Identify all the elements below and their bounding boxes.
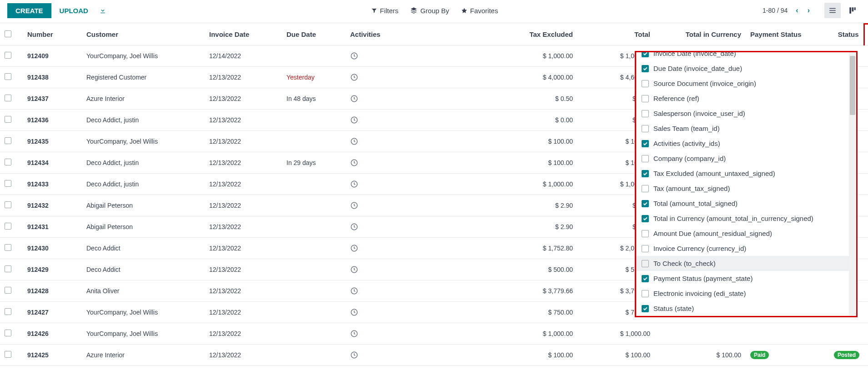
column-option[interactable]: Invoice Currency (currency_id) bbox=[636, 241, 856, 256]
table-row[interactable]: 912426YourCompany, Joel Willis12/13/2022… bbox=[0, 323, 868, 345]
column-option[interactable]: Total (amount_total_signed) bbox=[636, 196, 856, 211]
download-icon[interactable] bbox=[99, 7, 106, 14]
column-option-checkbox[interactable] bbox=[642, 140, 649, 147]
column-option[interactable]: Due Date (invoice_date_due) bbox=[636, 61, 856, 76]
col-due-date[interactable]: Due Date bbox=[282, 24, 346, 45]
search-toolbar: Filters Group By Favorites bbox=[371, 7, 498, 15]
cell-activities[interactable] bbox=[346, 131, 473, 152]
row-checkbox[interactable] bbox=[5, 244, 11, 251]
cell-activities[interactable] bbox=[346, 195, 473, 216]
column-option-checkbox[interactable] bbox=[642, 170, 649, 177]
column-option-checkbox[interactable] bbox=[642, 110, 649, 117]
column-option[interactable]: Source Document (invoice_origin) bbox=[636, 76, 856, 91]
col-customer[interactable]: Customer bbox=[82, 24, 205, 45]
column-option-checkbox[interactable] bbox=[642, 52, 649, 57]
col-invoice-date[interactable]: Invoice Date bbox=[205, 24, 282, 45]
row-checkbox[interactable] bbox=[5, 116, 11, 123]
cell-activities[interactable] bbox=[346, 67, 473, 88]
column-option[interactable]: Electronic invoicing (edi_state) bbox=[636, 286, 856, 301]
column-option[interactable]: Total in Currency (amount_total_in_curre… bbox=[636, 211, 856, 226]
col-total-in-currency[interactable]: Total in Currency bbox=[655, 24, 746, 45]
cell-activities[interactable] bbox=[346, 238, 473, 259]
table-row[interactable]: 912425Azure Interior12/13/2022$ 100.00$ … bbox=[0, 345, 868, 366]
cell-activities[interactable] bbox=[346, 152, 473, 174]
optional-columns-button[interactable] bbox=[864, 24, 868, 45]
cell-activities[interactable] bbox=[346, 174, 473, 195]
column-option-checkbox[interactable] bbox=[642, 155, 649, 162]
cell-activities[interactable] bbox=[346, 323, 473, 345]
row-checkbox[interactable] bbox=[5, 330, 11, 336]
row-checkbox[interactable] bbox=[5, 351, 11, 358]
column-option[interactable]: Reference (ref) bbox=[636, 91, 856, 106]
column-option-checkbox[interactable] bbox=[642, 245, 649, 252]
row-checkbox[interactable] bbox=[5, 265, 11, 272]
column-option[interactable]: Activities (activity_ids) bbox=[636, 136, 856, 151]
cell-number: 912409 bbox=[23, 45, 82, 67]
cell-activities[interactable] bbox=[346, 88, 473, 110]
cell-number: 912437 bbox=[23, 88, 82, 110]
row-checkbox[interactable] bbox=[5, 73, 11, 80]
column-option-checkbox[interactable] bbox=[642, 215, 649, 222]
row-checkbox[interactable] bbox=[5, 308, 11, 315]
col-activities[interactable]: Activities bbox=[346, 24, 473, 45]
column-option-checkbox[interactable] bbox=[642, 305, 649, 312]
column-option[interactable]: Invoice Date (invoice_date) bbox=[636, 52, 856, 61]
column-option[interactable]: Sales Team (team_id) bbox=[636, 121, 856, 136]
column-option-checkbox[interactable] bbox=[642, 185, 649, 192]
list-view-button[interactable] bbox=[824, 3, 841, 18]
cell-activities[interactable] bbox=[346, 110, 473, 131]
cell-activities[interactable] bbox=[346, 45, 473, 67]
cell-activities[interactable] bbox=[346, 302, 473, 323]
clock-icon bbox=[350, 351, 468, 359]
row-checkbox[interactable] bbox=[5, 201, 11, 208]
column-option[interactable]: Tax Excluded (amount_untaxed_signed) bbox=[636, 166, 856, 181]
row-checkbox[interactable] bbox=[5, 287, 11, 294]
cell-activities[interactable] bbox=[346, 259, 473, 280]
filters-button[interactable]: Filters bbox=[371, 7, 399, 15]
row-checkbox[interactable] bbox=[5, 159, 11, 165]
select-all-checkbox[interactable] bbox=[5, 30, 11, 37]
row-checkbox[interactable] bbox=[5, 95, 11, 101]
row-checkbox[interactable] bbox=[5, 137, 11, 144]
column-option[interactable]: Company (company_id) bbox=[636, 151, 856, 166]
column-option[interactable]: Amount Due (amount_residual_signed) bbox=[636, 226, 856, 241]
row-checkbox[interactable] bbox=[5, 52, 11, 59]
column-option-checkbox[interactable] bbox=[642, 230, 649, 237]
column-option-checkbox[interactable] bbox=[642, 260, 649, 267]
col-status[interactable]: Status bbox=[805, 24, 864, 45]
row-checkbox[interactable] bbox=[5, 223, 11, 230]
column-option[interactable]: Tax (amount_tax_signed) bbox=[636, 181, 856, 196]
row-checkbox[interactable] bbox=[5, 180, 11, 187]
pager-text[interactable]: 1-80 / 94 bbox=[763, 7, 788, 14]
column-option-label: Total (amount_total_signed) bbox=[653, 200, 738, 207]
column-option-checkbox[interactable] bbox=[642, 290, 649, 297]
pager-next-button[interactable]: › bbox=[805, 5, 813, 16]
column-option-checkbox[interactable] bbox=[642, 65, 649, 72]
column-option[interactable]: Status (state) bbox=[636, 301, 856, 316]
cell-activities[interactable] bbox=[346, 345, 473, 366]
column-option-checkbox[interactable] bbox=[642, 125, 649, 132]
groupby-button[interactable]: Group By bbox=[410, 7, 449, 15]
create-button[interactable]: CREATE bbox=[7, 3, 51, 18]
upload-button[interactable]: UPLOAD bbox=[60, 7, 88, 15]
column-option-checkbox[interactable] bbox=[642, 80, 649, 87]
column-option[interactable]: Payment Status (payment_state) bbox=[636, 271, 856, 286]
col-payment-status[interactable]: Payment Status bbox=[746, 24, 805, 45]
col-tax-excluded[interactable]: Tax Excluded bbox=[473, 24, 577, 45]
col-total[interactable]: Total bbox=[577, 24, 655, 45]
column-option[interactable]: Salesperson (invoice_user_id) bbox=[636, 106, 856, 121]
column-option[interactable]: To Check (to_check) bbox=[636, 256, 856, 271]
cell-activities[interactable] bbox=[346, 280, 473, 302]
panel-scrollbar[interactable] bbox=[849, 52, 856, 316]
column-option-checkbox[interactable] bbox=[642, 275, 649, 282]
panel-scrollbar-thumb[interactable] bbox=[850, 56, 855, 115]
favorites-button[interactable]: Favorites bbox=[461, 7, 498, 15]
column-option-checkbox[interactable] bbox=[642, 200, 649, 207]
cell-activities[interactable] bbox=[346, 216, 473, 238]
column-option-checkbox[interactable] bbox=[642, 95, 649, 102]
col-number[interactable]: Number bbox=[23, 24, 82, 45]
kanban-view-button[interactable] bbox=[844, 3, 861, 18]
cell-invoice-date: 12/13/2022 bbox=[205, 131, 282, 152]
pager-prev-button[interactable]: ‹ bbox=[793, 5, 801, 16]
cell-tax-excluded: $ 100.00 bbox=[473, 131, 577, 152]
